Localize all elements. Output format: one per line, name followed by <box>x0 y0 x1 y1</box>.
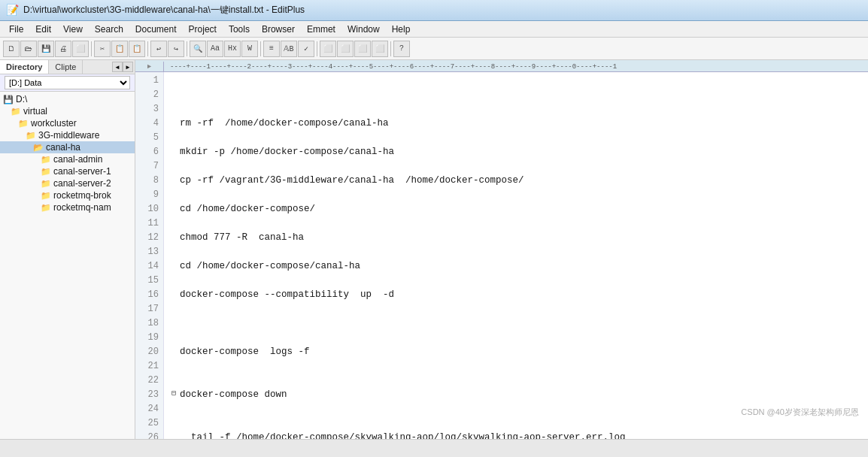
line-number: 12 <box>138 231 159 245</box>
folder-icon: 📁 <box>41 179 51 189</box>
line-number: 15 <box>138 274 159 288</box>
toolbar-separator <box>260 41 261 56</box>
drive-selector: [D:] Data <box>0 74 135 92</box>
toolbar-btn[interactable]: 🖨 <box>55 41 71 57</box>
code-text: docker-compose logs -f <box>180 345 310 359</box>
tab-clipboard[interactable]: Clipte <box>49 60 83 74</box>
code-container[interactable]: 1234567891011121314151617181920212223242… <box>135 72 868 439</box>
toolbar-separator <box>317 41 317 56</box>
fold-indicator[interactable]: ⊟ <box>170 388 178 399</box>
line-number: 19 <box>138 331 159 345</box>
tree-item[interactable]: 💾 D:\ <box>0 93 135 105</box>
toolbar-btn[interactable]: ⬜ <box>72 41 89 57</box>
code-line <box>170 131 862 145</box>
file-tree: 💾 D:\ 📁 virtual 📁 workcluster 📁 3G-middl… <box>0 92 135 439</box>
toolbar-btn[interactable]: 🗁 <box>20 41 37 57</box>
code-editor[interactable]: rm -rf /home/docker-compose/canal-hamkdi… <box>164 72 868 439</box>
tree-item-canal-ha[interactable]: 📂 canal-ha <box>0 141 135 153</box>
tree-item[interactable]: 📁 3G-middleware <box>0 129 135 141</box>
code-line <box>170 188 862 202</box>
toolbar-btn[interactable]: Hx <box>224 41 241 57</box>
code-line <box>170 216 862 231</box>
code-line <box>170 374 862 388</box>
line-number: 17 <box>138 302 159 316</box>
toolbar-btn[interactable]: ↪ <box>168 41 184 57</box>
toolbar-btn[interactable]: ? <box>393 41 410 57</box>
line-number: 21 <box>138 359 159 374</box>
menu-item-file[interactable]: File <box>3 23 29 36</box>
folder-icon: 📁 <box>41 203 51 213</box>
sidebar: Directory Clipte ◄ ► [D:] Data 💾 D:\ 📁 v… <box>0 60 135 439</box>
code-line: cp -rf /vagrant/3G-middleware/canal-ha /… <box>170 174 862 188</box>
toolbar-btn[interactable]: ✓ <box>298 41 314 57</box>
menu-item-tools[interactable]: Tools <box>223 23 256 36</box>
code-line: ⊟docker-compose down <box>170 388 862 402</box>
line-number: 16 <box>138 288 159 302</box>
code-line <box>170 274 862 288</box>
toolbar-btn[interactable]: 💾 <box>38 41 54 57</box>
menu-item-emmet[interactable]: Emmet <box>301 23 341 36</box>
line-number: 23 <box>138 388 159 402</box>
toolbar-btn[interactable]: 🔍 <box>190 41 206 57</box>
code-line: rm -rf /home/docker-compose/canal-ha <box>170 117 862 131</box>
code-text: docker-compose --compatibility up -d <box>180 288 394 302</box>
sidebar-prev-btn[interactable]: ◄ <box>112 62 123 72</box>
line-number: 24 <box>138 402 159 416</box>
code-text: tail -f /home/docker-compose/skywalking-… <box>180 431 626 440</box>
toolbar-btn[interactable]: ↩ <box>150 41 167 57</box>
toolbar: 🗋🗁💾🖨⬜✂📋📋↩↪🔍AaHxW≡𝔸B✓⬜⬜⬜⬜? <box>0 38 868 60</box>
toolbar-btn[interactable]: ≡ <box>263 41 280 57</box>
tab-directory[interactable]: Directory <box>0 60 49 74</box>
tree-item[interactable]: 📁 rocketmq-nam <box>0 201 135 213</box>
line-number: 5 <box>138 131 159 145</box>
toolbar-btn[interactable]: W <box>241 41 258 57</box>
menu-item-help[interactable]: Help <box>386 23 417 36</box>
line-number: 3 <box>138 102 159 117</box>
tree-item[interactable]: 📁 canal-server-2 <box>0 177 135 189</box>
tree-item[interactable]: 📁 workcluster <box>0 117 135 129</box>
toolbar-btn[interactable]: ⬜ <box>320 41 336 57</box>
tree-item[interactable]: 📁 virtual <box>0 105 135 117</box>
toolbar-btn[interactable]: ⬜ <box>337 41 354 57</box>
code-text: cd /home/docker-compose/canal-ha <box>180 259 360 274</box>
sidebar-next-btn[interactable]: ► <box>123 62 133 72</box>
code-line: docker-compose --compatibility up -d <box>170 288 862 302</box>
tree-item[interactable]: 📁 rocketmq-brok <box>0 189 135 201</box>
menu-item-browser[interactable]: Browser <box>256 23 301 36</box>
toolbar-separator <box>91 41 92 56</box>
menu-item-window[interactable]: Window <box>341 23 386 36</box>
line-number: 25 <box>138 416 159 431</box>
ruler-text: ----+----1----+----2----+----3----+----4… <box>164 62 617 72</box>
toolbar-btn[interactable]: ✂ <box>94 41 111 57</box>
line-number: 11 <box>138 216 159 231</box>
toolbar-btn[interactable]: 📋 <box>111 41 128 57</box>
toolbar-btn[interactable]: 📋 <box>129 41 145 57</box>
menu-item-view[interactable]: View <box>57 23 89 36</box>
code-text: rm -rf /home/docker-compose/canal-ha <box>180 117 389 131</box>
window-title: D:\virtual\workcluster\3G-middleware\can… <box>23 4 305 17</box>
code-line <box>170 331 862 345</box>
toolbar-btn[interactable]: ⬜ <box>354 41 371 57</box>
line-number: 26 <box>138 431 159 439</box>
tree-item[interactable]: 📁 canal-server-1 <box>0 165 135 177</box>
toolbar-btn[interactable]: ⬜ <box>372 41 388 57</box>
line-number: 20 <box>138 345 159 359</box>
drive-dropdown[interactable]: [D:] Data <box>5 76 130 89</box>
menu-item-search[interactable]: Search <box>89 23 129 36</box>
toolbar-separator <box>147 41 148 56</box>
line-number: 10 <box>138 202 159 216</box>
menu-item-edit[interactable]: Edit <box>29 23 57 36</box>
folder-icon: 📁 <box>41 167 51 177</box>
code-line <box>170 245 862 259</box>
code-text: chmod 777 -R canal-ha <box>180 231 304 245</box>
menu-item-document[interactable]: Document <box>129 23 183 36</box>
tree-item[interactable]: 📁 canal-admin <box>0 153 135 165</box>
line-number: 6 <box>138 145 159 159</box>
toolbar-btn[interactable]: Aa <box>207 41 223 57</box>
toolbar-btn[interactable]: 🗋 <box>3 41 20 57</box>
menu-bar: FileEditViewSearchDocumentProjectToolsBr… <box>0 21 868 38</box>
toolbar-btn[interactable]: 𝔸B <box>281 41 297 57</box>
main-area: Directory Clipte ◄ ► [D:] Data 💾 D:\ 📁 v… <box>0 60 868 439</box>
menu-item-project[interactable]: Project <box>183 23 223 36</box>
line-number: 4 <box>138 117 159 131</box>
